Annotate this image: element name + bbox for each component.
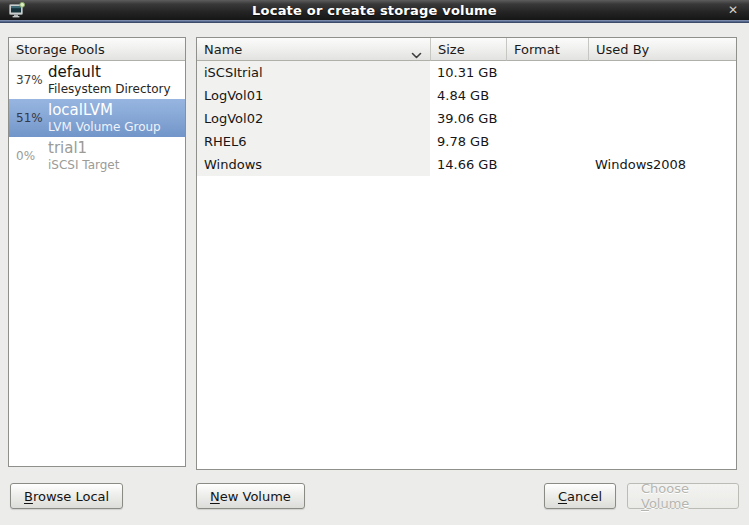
- sort-descending-icon: [411, 47, 422, 54]
- volume-format: [506, 61, 588, 84]
- volume-size: 9.78 GB: [430, 130, 506, 153]
- storage-pools-header: Storage Pools: [9, 38, 185, 61]
- volume-format: [506, 153, 588, 176]
- pool-name: default: [48, 63, 171, 82]
- volume-size: 4.84 GB: [430, 84, 506, 107]
- column-header-used-by[interactable]: Used By: [588, 38, 736, 61]
- column-header-size[interactable]: Size: [430, 38, 506, 61]
- pool-usage-percent: 51%: [9, 111, 48, 125]
- volume-used-by: Windows2008: [588, 153, 736, 176]
- pool-type: LVM Volume Group: [48, 120, 161, 135]
- volume-table-header: Name Size Format Used By: [197, 38, 736, 61]
- titlebar[interactable]: Locate or create storage volume ✕: [0, 0, 749, 20]
- volume-used-by: [588, 130, 736, 153]
- pool-name: localLVM: [48, 101, 161, 120]
- storage-pools-header-label: Storage Pools: [16, 42, 105, 57]
- titlebar-accent-line: [0, 20, 749, 23]
- volume-size: 39.06 GB: [430, 107, 506, 130]
- pool-usage-percent: 37%: [9, 73, 48, 87]
- volume-row-rhel6[interactable]: RHEL6 9.78 GB: [197, 130, 736, 153]
- volume-size: 10.31 GB: [430, 61, 506, 84]
- choose-volume-button[interactable]: Choose Volume: [627, 483, 739, 509]
- pool-row-default[interactable]: 37% default Filesystem Directory: [9, 61, 185, 99]
- pool-usage-percent: 0%: [9, 149, 48, 163]
- volume-format: [506, 130, 588, 153]
- close-icon[interactable]: ✕: [725, 2, 741, 18]
- locate-storage-volume-dialog: Locate or create storage volume ✕ Storag…: [0, 0, 749, 525]
- pool-name: trial1: [48, 139, 119, 158]
- volume-name: Windows: [197, 153, 430, 176]
- volume-used-by: [588, 107, 736, 130]
- column-header-format[interactable]: Format: [506, 38, 588, 61]
- volume-row-windows[interactable]: Windows 14.66 GB Windows2008: [197, 153, 736, 176]
- volumes-panel: Name Size Format Used By iSCSItrial 10.3…: [196, 37, 737, 470]
- volume-name: iSCSItrial: [197, 61, 430, 84]
- volume-format: [506, 84, 588, 107]
- column-header-name[interactable]: Name: [197, 38, 430, 61]
- volume-format: [506, 107, 588, 130]
- volume-used-by: [588, 84, 736, 107]
- pool-row-locallvm[interactable]: 51% localLVM LVM Volume Group: [9, 99, 185, 137]
- cancel-button[interactable]: Cancel: [544, 483, 616, 509]
- pool-type: Filesystem Directory: [48, 82, 171, 97]
- volume-row-logvol01[interactable]: LogVol01 4.84 GB: [197, 84, 736, 107]
- volume-name: RHEL6: [197, 130, 430, 153]
- window-title: Locate or create storage volume: [0, 3, 749, 18]
- storage-pools-panel: Storage Pools 37% default Filesystem Dir…: [8, 37, 186, 467]
- volume-name: LogVol02: [197, 107, 430, 130]
- browse-local-button[interactable]: Browse Local: [10, 483, 123, 509]
- new-volume-button[interactable]: New Volume: [196, 483, 305, 509]
- pool-row-trial1[interactable]: 0% trial1 iSCSI Target: [9, 137, 185, 175]
- volume-used-by: [588, 61, 736, 84]
- volume-row-iscsitrial[interactable]: iSCSItrial 10.31 GB: [197, 61, 736, 84]
- volume-name: LogVol01: [197, 84, 430, 107]
- volume-size: 14.66 GB: [430, 153, 506, 176]
- volume-row-logvol02[interactable]: LogVol02 39.06 GB: [197, 107, 736, 130]
- pool-type: iSCSI Target: [48, 158, 119, 173]
- virt-manager-app-icon: [8, 2, 26, 19]
